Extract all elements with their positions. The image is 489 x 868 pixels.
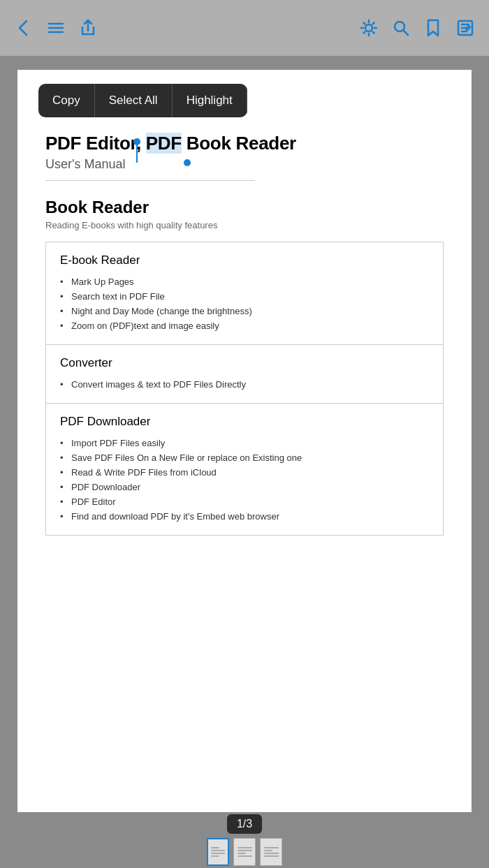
downloader-features-list: Import PDF Files easily Save PDF Files O… [46,436,443,535]
t-line [238,855,252,857]
book-reader-title: Book Reader [45,198,444,217]
brightness-icon[interactable] [359,18,379,38]
content-area: Copy Select All Highlight PDF Editor, PD… [0,56,489,812]
t-line [211,850,225,851]
pdf-page: Copy Select All Highlight PDF Editor, PD… [17,70,472,812]
list-icon[interactable] [46,18,66,38]
ebook-features-list: Mark Up Pages Search text in PDF File Ni… [46,274,443,344]
selection-handle-line [136,142,138,163]
t-line [264,853,279,854]
svg-line-10 [373,32,374,34]
svg-point-4 [365,24,372,31]
thumbnail-3[interactable] [260,838,282,866]
list-item: PDF Editor [60,494,429,509]
toolbar-right-group [359,18,475,38]
t-line [238,847,252,848]
selected-text: PDF [146,133,182,154]
list-item: Find and download PDF by it's Embed web … [60,509,429,524]
list-item: Save PDF Files On a New File or replace … [60,450,429,465]
t-line [264,847,279,848]
svg-line-12 [364,32,365,34]
svg-line-14 [404,31,409,36]
pdf-subtitle: User's Manual [45,157,444,172]
bottom-bar: 1/3 [0,812,489,868]
back-icon[interactable] [14,18,34,38]
select-all-menu-item[interactable]: Select All [95,84,173,117]
t-line [238,853,247,854]
t-line [264,855,279,857]
bookmark-icon[interactable] [423,18,443,38]
pdf-title: PDF Editor, PDF Book Reader [45,133,444,154]
list-item: Search text in PDF File [60,289,429,304]
highlight-menu-item[interactable]: Highlight [173,84,247,117]
selection-handle-bottom[interactable] [184,159,191,166]
page-indicator: 1/3 [227,814,262,834]
t-line [238,850,252,851]
converter-box: Converter Convert images & text to PDF F… [45,345,444,404]
list-item: Mark Up Pages [60,274,429,289]
context-menu: Copy Select All Highlight [38,84,247,117]
list-item: Convert images & text to PDF Files Direc… [60,377,429,392]
toolbar-left-group [14,18,98,38]
title-divider [45,180,255,181]
thumbnail-bar [207,838,282,866]
converter-features-list: Convert images & text to PDF Files Direc… [46,377,443,403]
book-reader-subtitle: Reading E-books with high quality featur… [45,220,444,230]
thumbnail-lines [211,847,225,857]
t-line [211,855,219,857]
list-item: Read & Write PDF Files from iCloud [60,465,429,480]
t-line [211,853,225,854]
list-item: PDF Downloader [60,480,429,494]
thumbnail-lines [264,847,279,857]
downloader-title: PDF Downloader [46,404,443,436]
edit-icon[interactable] [455,18,475,38]
ebook-reader-title: E-book Reader [46,242,443,274]
ebook-reader-box: E-book Reader Mark Up Pages Search text … [45,242,444,345]
downloader-box: PDF Downloader Import PDF Files easily S… [45,404,444,536]
copy-menu-item[interactable]: Copy [38,84,95,117]
t-line [211,847,219,848]
list-item: Import PDF Files easily [60,436,429,450]
converter-title: Converter [46,345,443,377]
share-icon[interactable] [78,18,98,38]
svg-line-9 [364,23,365,24]
list-item: Zoom on (PDF)text and image easily [60,318,429,333]
toolbar [0,0,489,56]
t-line [264,850,273,851]
list-item: Night and Day Mode (change the brightnes… [60,304,429,318]
svg-line-11 [373,23,374,24]
thumbnail-1[interactable] [207,838,229,866]
search-icon[interactable] [391,18,411,38]
thumbnail-lines [238,847,252,857]
thumbnail-2[interactable] [233,838,256,866]
